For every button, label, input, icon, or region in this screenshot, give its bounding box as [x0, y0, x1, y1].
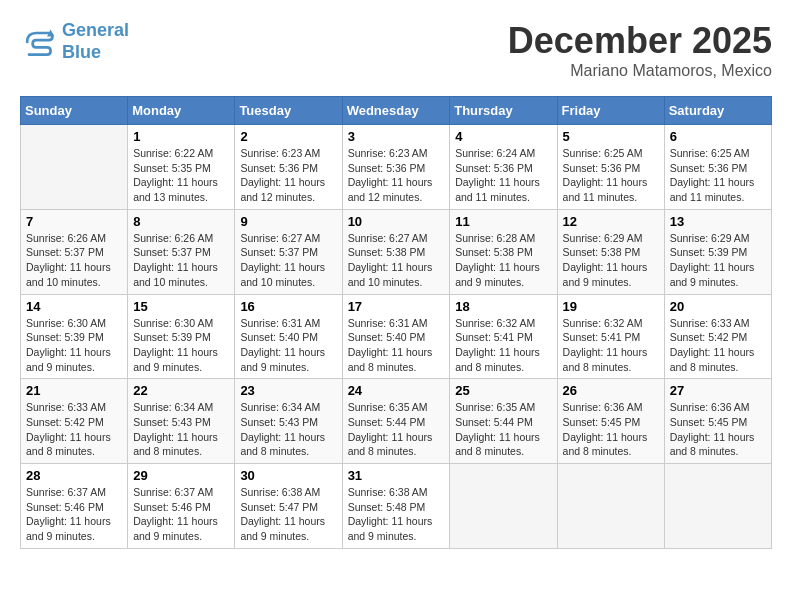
- day-info: Sunrise: 6:27 AMSunset: 5:38 PMDaylight:…: [348, 231, 445, 290]
- day-info: Sunrise: 6:30 AMSunset: 5:39 PMDaylight:…: [133, 316, 229, 375]
- calendar-cell: [450, 464, 557, 549]
- calendar-cell: 11 Sunrise: 6:28 AMSunset: 5:38 PMDaylig…: [450, 209, 557, 294]
- day-info: Sunrise: 6:23 AMSunset: 5:36 PMDaylight:…: [240, 146, 336, 205]
- day-number: 31: [348, 468, 445, 483]
- logo-text: General Blue: [62, 20, 129, 63]
- calendar-cell: 9 Sunrise: 6:27 AMSunset: 5:37 PMDayligh…: [235, 209, 342, 294]
- day-number: 29: [133, 468, 229, 483]
- calendar-cell: 21 Sunrise: 6:33 AMSunset: 5:42 PMDaylig…: [21, 379, 128, 464]
- calendar-cell: 25 Sunrise: 6:35 AMSunset: 5:44 PMDaylig…: [450, 379, 557, 464]
- col-friday: Friday: [557, 97, 664, 125]
- header-row: Sunday Monday Tuesday Wednesday Thursday…: [21, 97, 772, 125]
- calendar-cell: 26 Sunrise: 6:36 AMSunset: 5:45 PMDaylig…: [557, 379, 664, 464]
- day-number: 8: [133, 214, 229, 229]
- day-info: Sunrise: 6:31 AMSunset: 5:40 PMDaylight:…: [240, 316, 336, 375]
- calendar-cell: 10 Sunrise: 6:27 AMSunset: 5:38 PMDaylig…: [342, 209, 450, 294]
- calendar-cell: 5 Sunrise: 6:25 AMSunset: 5:36 PMDayligh…: [557, 125, 664, 210]
- calendar-cell: 31 Sunrise: 6:38 AMSunset: 5:48 PMDaylig…: [342, 464, 450, 549]
- day-info: Sunrise: 6:33 AMSunset: 5:42 PMDaylight:…: [670, 316, 766, 375]
- day-number: 6: [670, 129, 766, 144]
- day-info: Sunrise: 6:25 AMSunset: 5:36 PMDaylight:…: [670, 146, 766, 205]
- calendar-table: Sunday Monday Tuesday Wednesday Thursday…: [20, 96, 772, 549]
- page-header: General Blue December 2025 Mariano Matam…: [20, 20, 772, 80]
- calendar-cell: 3 Sunrise: 6:23 AMSunset: 5:36 PMDayligh…: [342, 125, 450, 210]
- calendar-cell: 20 Sunrise: 6:33 AMSunset: 5:42 PMDaylig…: [664, 294, 771, 379]
- day-number: 14: [26, 299, 122, 314]
- calendar-week-1: 1 Sunrise: 6:22 AMSunset: 5:35 PMDayligh…: [21, 125, 772, 210]
- day-number: 24: [348, 383, 445, 398]
- calendar-cell: 24 Sunrise: 6:35 AMSunset: 5:44 PMDaylig…: [342, 379, 450, 464]
- day-number: 2: [240, 129, 336, 144]
- col-tuesday: Tuesday: [235, 97, 342, 125]
- day-number: 1: [133, 129, 229, 144]
- title-block: December 2025 Mariano Matamoros, Mexico: [508, 20, 772, 80]
- day-info: Sunrise: 6:34 AMSunset: 5:43 PMDaylight:…: [240, 400, 336, 459]
- day-info: Sunrise: 6:29 AMSunset: 5:39 PMDaylight:…: [670, 231, 766, 290]
- calendar-cell: 22 Sunrise: 6:34 AMSunset: 5:43 PMDaylig…: [128, 379, 235, 464]
- day-info: Sunrise: 6:23 AMSunset: 5:36 PMDaylight:…: [348, 146, 445, 205]
- day-number: 26: [563, 383, 659, 398]
- day-info: Sunrise: 6:26 AMSunset: 5:37 PMDaylight:…: [26, 231, 122, 290]
- col-monday: Monday: [128, 97, 235, 125]
- calendar-cell: [21, 125, 128, 210]
- day-info: Sunrise: 6:36 AMSunset: 5:45 PMDaylight:…: [563, 400, 659, 459]
- day-number: 15: [133, 299, 229, 314]
- calendar-cell: 7 Sunrise: 6:26 AMSunset: 5:37 PMDayligh…: [21, 209, 128, 294]
- calendar-week-2: 7 Sunrise: 6:26 AMSunset: 5:37 PMDayligh…: [21, 209, 772, 294]
- calendar-cell: 30 Sunrise: 6:38 AMSunset: 5:47 PMDaylig…: [235, 464, 342, 549]
- day-number: 10: [348, 214, 445, 229]
- day-info: Sunrise: 6:33 AMSunset: 5:42 PMDaylight:…: [26, 400, 122, 459]
- logo-line2: Blue: [62, 42, 101, 62]
- calendar-cell: 18 Sunrise: 6:32 AMSunset: 5:41 PMDaylig…: [450, 294, 557, 379]
- day-info: Sunrise: 6:32 AMSunset: 5:41 PMDaylight:…: [455, 316, 551, 375]
- day-info: Sunrise: 6:25 AMSunset: 5:36 PMDaylight:…: [563, 146, 659, 205]
- day-number: 30: [240, 468, 336, 483]
- day-number: 19: [563, 299, 659, 314]
- calendar-week-3: 14 Sunrise: 6:30 AMSunset: 5:39 PMDaylig…: [21, 294, 772, 379]
- logo-line1: General: [62, 20, 129, 40]
- day-number: 12: [563, 214, 659, 229]
- calendar-cell: 2 Sunrise: 6:23 AMSunset: 5:36 PMDayligh…: [235, 125, 342, 210]
- day-info: Sunrise: 6:27 AMSunset: 5:37 PMDaylight:…: [240, 231, 336, 290]
- calendar-cell: 19 Sunrise: 6:32 AMSunset: 5:41 PMDaylig…: [557, 294, 664, 379]
- location-subtitle: Mariano Matamoros, Mexico: [508, 62, 772, 80]
- day-number: 21: [26, 383, 122, 398]
- day-info: Sunrise: 6:24 AMSunset: 5:36 PMDaylight:…: [455, 146, 551, 205]
- calendar-cell: 8 Sunrise: 6:26 AMSunset: 5:37 PMDayligh…: [128, 209, 235, 294]
- day-number: 13: [670, 214, 766, 229]
- calendar-cell: 15 Sunrise: 6:30 AMSunset: 5:39 PMDaylig…: [128, 294, 235, 379]
- calendar-cell: 28 Sunrise: 6:37 AMSunset: 5:46 PMDaylig…: [21, 464, 128, 549]
- day-info: Sunrise: 6:35 AMSunset: 5:44 PMDaylight:…: [455, 400, 551, 459]
- month-title: December 2025: [508, 20, 772, 62]
- day-info: Sunrise: 6:37 AMSunset: 5:46 PMDaylight:…: [26, 485, 122, 544]
- calendar-cell: 23 Sunrise: 6:34 AMSunset: 5:43 PMDaylig…: [235, 379, 342, 464]
- day-number: 27: [670, 383, 766, 398]
- calendar-cell: 16 Sunrise: 6:31 AMSunset: 5:40 PMDaylig…: [235, 294, 342, 379]
- calendar-week-4: 21 Sunrise: 6:33 AMSunset: 5:42 PMDaylig…: [21, 379, 772, 464]
- col-thursday: Thursday: [450, 97, 557, 125]
- day-number: 9: [240, 214, 336, 229]
- day-number: 20: [670, 299, 766, 314]
- col-sunday: Sunday: [21, 97, 128, 125]
- calendar-cell: 12 Sunrise: 6:29 AMSunset: 5:38 PMDaylig…: [557, 209, 664, 294]
- day-number: 5: [563, 129, 659, 144]
- day-number: 28: [26, 468, 122, 483]
- day-info: Sunrise: 6:30 AMSunset: 5:39 PMDaylight:…: [26, 316, 122, 375]
- calendar-cell: 1 Sunrise: 6:22 AMSunset: 5:35 PMDayligh…: [128, 125, 235, 210]
- day-info: Sunrise: 6:38 AMSunset: 5:48 PMDaylight:…: [348, 485, 445, 544]
- logo-icon: [20, 24, 56, 60]
- day-number: 22: [133, 383, 229, 398]
- day-number: 25: [455, 383, 551, 398]
- day-info: Sunrise: 6:22 AMSunset: 5:35 PMDaylight:…: [133, 146, 229, 205]
- col-saturday: Saturday: [664, 97, 771, 125]
- calendar-cell: 14 Sunrise: 6:30 AMSunset: 5:39 PMDaylig…: [21, 294, 128, 379]
- calendar-cell: 27 Sunrise: 6:36 AMSunset: 5:45 PMDaylig…: [664, 379, 771, 464]
- day-number: 4: [455, 129, 551, 144]
- day-info: Sunrise: 6:35 AMSunset: 5:44 PMDaylight:…: [348, 400, 445, 459]
- day-info: Sunrise: 6:29 AMSunset: 5:38 PMDaylight:…: [563, 231, 659, 290]
- day-info: Sunrise: 6:34 AMSunset: 5:43 PMDaylight:…: [133, 400, 229, 459]
- day-info: Sunrise: 6:32 AMSunset: 5:41 PMDaylight:…: [563, 316, 659, 375]
- logo: General Blue: [20, 20, 129, 63]
- day-number: 23: [240, 383, 336, 398]
- day-number: 18: [455, 299, 551, 314]
